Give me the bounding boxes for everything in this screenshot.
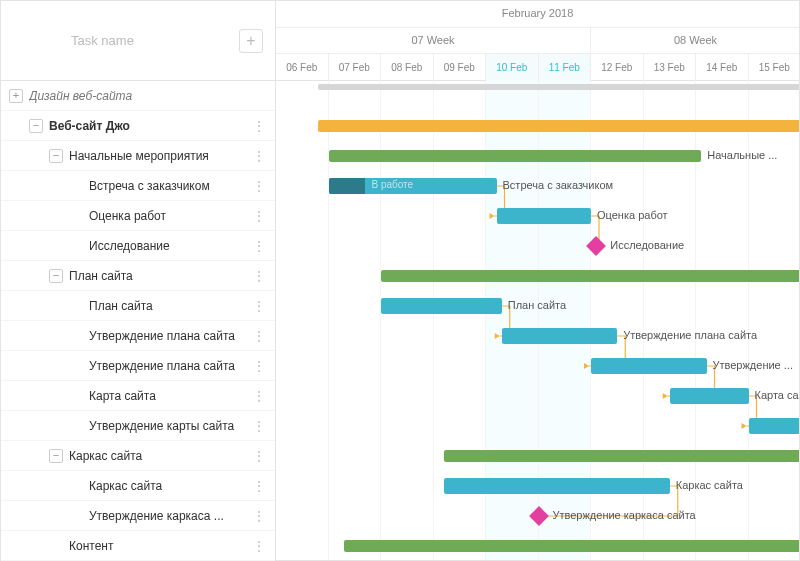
group-bar[interactable] — [381, 270, 799, 282]
week-header: 07 Week — [276, 27, 591, 53]
expand-icon[interactable]: + — [9, 89, 23, 103]
bar-label: План сайта — [508, 299, 566, 311]
day-header: 13 Feb — [644, 53, 697, 81]
gantt-row: Начальные ... — [276, 141, 799, 171]
task-label: Начальные мероприятия — [69, 149, 267, 163]
bar-label: Карта сайта — [755, 389, 800, 401]
task-label: Карта сайта — [89, 389, 267, 403]
project-bar[interactable] — [318, 120, 799, 132]
gantt-row: В работеВстреча с заказчиком — [276, 171, 799, 201]
collapse-icon[interactable]: − — [49, 269, 63, 283]
task-menu-icon[interactable]: ⋮ — [252, 268, 267, 284]
task-row[interactable]: Утверждение плана сайта⋮ — [1, 351, 275, 381]
timeline-header: February 2018 07 Week08 Week 06 Feb07 Fe… — [276, 1, 799, 81]
bar-label: Утверждение каркаса сайта — [553, 509, 696, 521]
collapse-icon[interactable]: − — [49, 149, 63, 163]
day-header: 15 Feb — [749, 53, 800, 81]
task-bar[interactable] — [591, 358, 707, 374]
task-label: Оценка работ — [89, 209, 267, 223]
task-row[interactable]: Утверждение плана сайта⋮ — [1, 321, 275, 351]
task-bar[interactable] — [749, 418, 800, 434]
task-menu-icon[interactable]: ⋮ — [252, 358, 267, 374]
task-label: Утверждение плана сайта — [89, 359, 267, 373]
task-label: Каркас сайта — [69, 449, 267, 463]
task-label: План сайта — [89, 299, 267, 313]
task-row[interactable]: Утверждение карты сайта⋮ — [1, 411, 275, 441]
task-bar[interactable] — [381, 298, 502, 314]
day-header: 09 Feb — [434, 53, 487, 81]
month-label: February 2018 — [276, 1, 799, 27]
task-label: Веб-сайт Джо — [49, 119, 267, 133]
gantt-row: Каркас сайта — [276, 471, 799, 501]
gantt-row — [276, 441, 799, 471]
task-label: Дизайн веб-сайта — [29, 89, 267, 103]
task-list-header: Task name + — [1, 1, 275, 81]
task-bar[interactable] — [670, 388, 749, 404]
task-row[interactable]: −Веб-сайт Джо⋮ — [1, 111, 275, 141]
progress-fill — [329, 178, 366, 194]
task-row[interactable]: Контент⋮ — [1, 531, 275, 561]
task-row[interactable]: Каркас сайта⋮ — [1, 471, 275, 501]
task-menu-icon[interactable]: ⋮ — [252, 538, 267, 554]
task-label: Встреча с заказчиком — [89, 179, 267, 193]
gantt-row — [276, 411, 799, 441]
milestone-marker[interactable] — [586, 236, 606, 256]
task-label: План сайта — [69, 269, 267, 283]
task-menu-icon[interactable]: ⋮ — [252, 478, 267, 494]
group-bar[interactable] — [344, 540, 799, 552]
task-row[interactable]: Оценка работ⋮ — [1, 201, 275, 231]
task-row[interactable]: −План сайта⋮ — [1, 261, 275, 291]
task-bar[interactable] — [502, 328, 618, 344]
task-label: Утверждение плана сайта — [89, 329, 267, 343]
task-bar[interactable] — [497, 208, 592, 224]
task-menu-icon[interactable]: ⋮ — [252, 328, 267, 344]
group-bar[interactable] — [329, 150, 702, 162]
group-bar[interactable] — [444, 450, 799, 462]
task-menu-icon[interactable]: ⋮ — [252, 178, 267, 194]
milestone-marker[interactable] — [529, 506, 549, 526]
task-menu-icon[interactable]: ⋮ — [252, 148, 267, 164]
gantt-grid[interactable]: Начальные ...В работеВстреча с заказчико… — [276, 81, 799, 560]
task-row[interactable]: Утверждение каркаса ...⋮ — [1, 501, 275, 531]
gantt-row — [276, 261, 799, 291]
task-bar[interactable]: В работе — [329, 178, 497, 194]
collapse-icon[interactable]: − — [29, 119, 43, 133]
week-header: 08 Week — [591, 27, 799, 53]
task-row[interactable]: Исследование⋮ — [1, 231, 275, 261]
task-menu-icon[interactable]: ⋮ — [252, 238, 267, 254]
gantt-row — [276, 531, 799, 560]
task-row[interactable]: Карта сайта⋮ — [1, 381, 275, 411]
day-header: 08 Feb — [381, 53, 434, 81]
task-label: Исследование — [89, 239, 267, 253]
collapse-icon[interactable]: − — [49, 449, 63, 463]
bar-label: Утверждение ... — [713, 359, 793, 371]
task-bar[interactable] — [444, 478, 670, 494]
timeline-panel[interactable]: February 2018 07 Week08 Week 06 Feb07 Fe… — [276, 1, 799, 560]
baseline-bar — [318, 84, 799, 90]
task-menu-icon[interactable]: ⋮ — [252, 508, 267, 524]
task-menu-icon[interactable]: ⋮ — [252, 208, 267, 224]
gantt-row: Утверждение каркаса сайта — [276, 501, 799, 531]
task-row[interactable]: −Каркас сайта⋮ — [1, 441, 275, 471]
task-label: Утверждение каркаса ... — [89, 509, 267, 523]
task-row[interactable]: +Дизайн веб-сайта — [1, 81, 275, 111]
task-menu-icon[interactable]: ⋮ — [252, 298, 267, 314]
task-row[interactable]: Встреча с заказчиком⋮ — [1, 171, 275, 201]
gantt-row: Оценка работ — [276, 201, 799, 231]
task-menu-icon[interactable]: ⋮ — [252, 388, 267, 404]
task-menu-icon[interactable]: ⋮ — [252, 448, 267, 464]
gantt-row: Исследование — [276, 231, 799, 261]
bar-label: Оценка работ — [597, 209, 668, 221]
task-label: Каркас сайта — [89, 479, 267, 493]
task-menu-icon[interactable]: ⋮ — [252, 118, 267, 134]
task-row[interactable]: −Начальные мероприятия⋮ — [1, 141, 275, 171]
bar-label: Начальные ... — [707, 149, 777, 161]
task-menu-icon[interactable]: ⋮ — [252, 418, 267, 434]
task-row[interactable]: План сайта⋮ — [1, 291, 275, 321]
gantt-row: Утверждение ... — [276, 351, 799, 381]
gantt-row — [276, 111, 799, 141]
bar-status-text: В работе — [371, 179, 413, 190]
day-header: 14 Feb — [696, 53, 749, 81]
day-header: 07 Feb — [329, 53, 382, 81]
add-task-button[interactable]: + — [239, 29, 263, 53]
